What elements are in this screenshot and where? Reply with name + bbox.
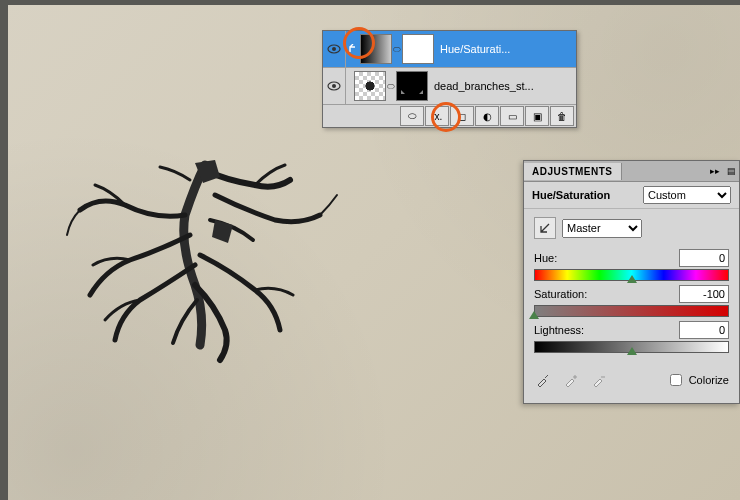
ruler-left	[0, 0, 8, 500]
link-icon: ⬭	[386, 81, 396, 92]
link-icon: ⬭	[392, 44, 402, 55]
hue-label: Hue:	[534, 252, 557, 264]
delete-layer-button[interactable]: 🗑	[550, 106, 574, 126]
hue-input[interactable]	[679, 249, 729, 267]
lightness-input[interactable]	[679, 321, 729, 339]
colorize-input[interactable]	[670, 374, 682, 386]
adjustment-thumb[interactable]	[360, 34, 392, 64]
layer-name[interactable]: dead_branches_st...	[428, 80, 576, 92]
saturation-input[interactable]	[679, 285, 729, 303]
layer-row-dead-branches[interactable]: ⬭ dead_branches_st...	[323, 68, 576, 105]
eyedropper-minus-icon[interactable]	[590, 371, 608, 389]
colorize-checkbox[interactable]: Colorize	[666, 371, 729, 389]
clip-indicator-icon	[346, 44, 360, 54]
panel-header: Hue/Saturation Custom	[524, 182, 739, 209]
hue-slider-row: Hue:	[534, 249, 729, 281]
adjustments-panel: ADJUSTMENTS ▸▸ ▤ Hue/Saturation Custom M…	[523, 160, 740, 404]
link-layers-button[interactable]: ⬭	[400, 106, 424, 126]
panel-tabs: ADJUSTMENTS ▸▸ ▤	[524, 161, 739, 182]
preset-select[interactable]: Custom	[643, 186, 731, 204]
panel-menu-icon[interactable]: ▤	[723, 166, 739, 176]
saturation-label: Saturation:	[534, 288, 587, 300]
layer-row-hue-saturation[interactable]: ⬭ Hue/Saturati...	[323, 31, 576, 68]
channel-select[interactable]: Master	[562, 219, 642, 238]
layers-footer: ⬭ fx. ◻ ◐ ▭ ▣ 🗑	[323, 105, 576, 127]
svg-point-1	[332, 47, 336, 51]
saturation-slider-row: Saturation:	[534, 285, 729, 317]
new-adjustment-button[interactable]: ◐	[475, 106, 499, 126]
artwork-branches	[65, 125, 345, 365]
new-group-button[interactable]: ▭	[500, 106, 524, 126]
lightness-slider-row: Lightness:	[534, 321, 729, 353]
adjustment-title: Hue/Saturation	[532, 189, 610, 201]
add-mask-button[interactable]: ◻	[450, 106, 474, 126]
expand-icon[interactable]: ▸▸	[707, 166, 723, 176]
svg-point-3	[332, 84, 336, 88]
ruler-top	[0, 0, 740, 5]
visibility-toggle[interactable]	[323, 68, 346, 104]
target-adjustment-icon[interactable]	[534, 217, 556, 239]
tab-adjustments[interactable]: ADJUSTMENTS	[524, 163, 622, 180]
fx-button[interactable]: fx.	[425, 106, 449, 126]
hue-slider[interactable]	[534, 269, 729, 281]
layers-panel: ⬭ Hue/Saturati... ⬭ dead_branches_st... …	[322, 30, 577, 128]
layer-thumb[interactable]	[354, 71, 386, 101]
lightness-label: Lightness:	[534, 324, 584, 336]
new-layer-button[interactable]: ▣	[525, 106, 549, 126]
eyedropper-plus-icon[interactable]	[562, 371, 580, 389]
saturation-slider[interactable]	[534, 305, 729, 317]
layer-name[interactable]: Hue/Saturati...	[434, 43, 576, 55]
lightness-slider[interactable]	[534, 341, 729, 353]
layer-mask-thumb[interactable]	[396, 71, 428, 101]
eyedropper-icon[interactable]	[534, 371, 552, 389]
visibility-toggle[interactable]	[323, 31, 346, 67]
layer-mask-thumb[interactable]	[402, 34, 434, 64]
